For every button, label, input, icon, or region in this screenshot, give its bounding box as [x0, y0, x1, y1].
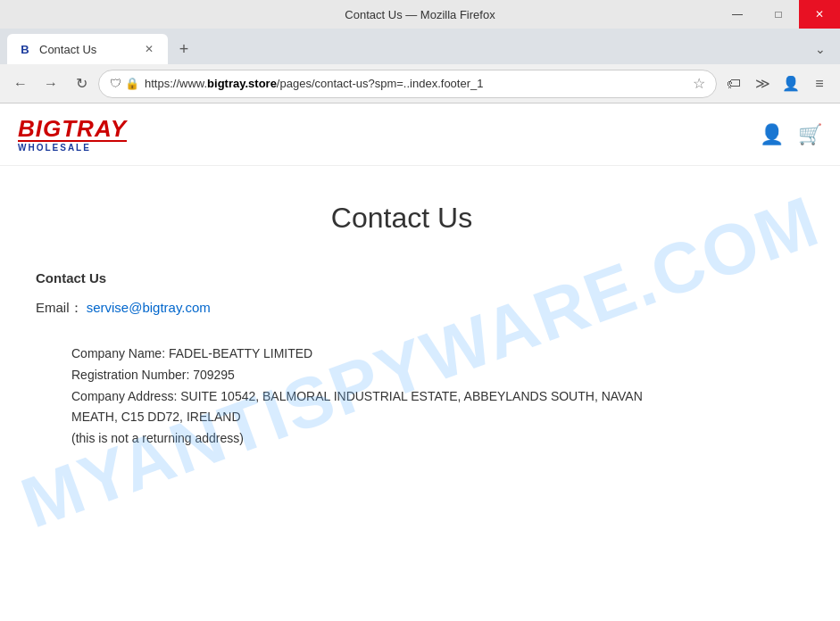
lock-icon: 🔒 [125, 77, 139, 90]
shield-icon: 🛡 [110, 77, 121, 90]
address-label: Company Address: [71, 389, 177, 403]
company-name-value: FADEL-BEATTY LIMITED [169, 346, 312, 360]
toolbar-icons: 🏷 ≫ 👤 ≡ [720, 70, 833, 97]
address-line2: MEATH, C15 DD72, IRELAND [71, 407, 786, 428]
reg-value: 709295 [193, 368, 235, 382]
logo-sub: WHOLESALE [18, 140, 127, 153]
address-bar[interactable]: 🛡 🔒 https://www.bigtray.store/pages/cont… [98, 70, 717, 98]
address-note: (this is not a returning address) [71, 428, 786, 450]
registration-number: Registration Number: 709295 [71, 365, 786, 386]
tab-favicon: B [18, 42, 32, 56]
close-button[interactable]: ✕ [799, 0, 840, 29]
email-line: Email： servise@bigtray.com [36, 300, 786, 317]
email-label: Email： [36, 300, 83, 315]
cart-icon[interactable]: 🛒 [798, 123, 822, 146]
window-title: Contact Us — Mozilla Firefox [345, 8, 495, 21]
pocket-button[interactable]: 🏷 [720, 70, 747, 97]
email-link[interactable]: servise@bigtray.com [87, 300, 211, 315]
company-name-label: Company Name: [71, 346, 165, 360]
menu-button[interactable]: ≡ [806, 70, 833, 97]
company-info: Company Name: FADEL-BEATTY LIMITED Regis… [36, 344, 786, 450]
forward-button[interactable]: → [37, 70, 64, 97]
minimize-button[interactable]: — [717, 0, 758, 29]
tab-bar: B Contact Us ✕ + ⌄ [0, 29, 840, 64]
nav-bar: ← → ↻ 🛡 🔒 https://www.bigtray.store/page… [0, 64, 840, 104]
page-content: Contact Us Contact Us Email： servise@big… [0, 166, 803, 485]
contact-heading: Contact Us [36, 270, 786, 286]
tab-label: Contact Us [39, 43, 134, 56]
account-icon[interactable]: 👤 [760, 123, 784, 146]
back-button[interactable]: ← [7, 70, 34, 97]
maximize-button[interactable]: □ [758, 0, 799, 29]
website-content: MYANTISPYWARE.COM BIGTRAY WHOLESALE 👤 🛒 … [0, 104, 840, 621]
window-controls: — □ ✕ [717, 0, 840, 29]
tab-list-button[interactable]: ⌄ [808, 37, 833, 62]
new-tab-button[interactable]: + [171, 37, 196, 62]
header-icons: 👤 🛒 [760, 123, 822, 146]
bookmark-icon[interactable]: ☆ [693, 75, 705, 92]
company-name: Company Name: FADEL-BEATTY LIMITED [71, 344, 786, 365]
extensions-button[interactable]: ≫ [749, 70, 776, 97]
company-address: Company Address: SUITE 10542, BALMORAL I… [71, 386, 786, 408]
site-logo[interactable]: BIGTRAY WHOLESALE [18, 117, 127, 153]
reload-button[interactable]: ↻ [68, 70, 95, 97]
active-tab[interactable]: B Contact Us ✕ [7, 34, 168, 64]
address-value: SUITE 10542, BALMORAL INDUSTRIAL ESTATE,… [180, 389, 643, 403]
logo-brand: BIGTRAY [18, 117, 127, 140]
tab-close-button[interactable]: ✕ [141, 41, 157, 57]
page-title: Contact Us [18, 202, 786, 235]
site-header: BIGTRAY WHOLESALE 👤 🛒 [0, 104, 840, 166]
address-text: https://www.bigtray.store/pages/contact-… [145, 77, 687, 90]
profile-button[interactable]: 👤 [778, 70, 804, 97]
title-bar: Contact Us — Mozilla Firefox — □ ✕ [0, 0, 840, 29]
contact-section: Contact Us Email： servise@bigtray.com Co… [18, 270, 786, 450]
address-security-icons: 🛡 🔒 [110, 77, 139, 90]
reg-label: Registration Number: [71, 368, 189, 382]
